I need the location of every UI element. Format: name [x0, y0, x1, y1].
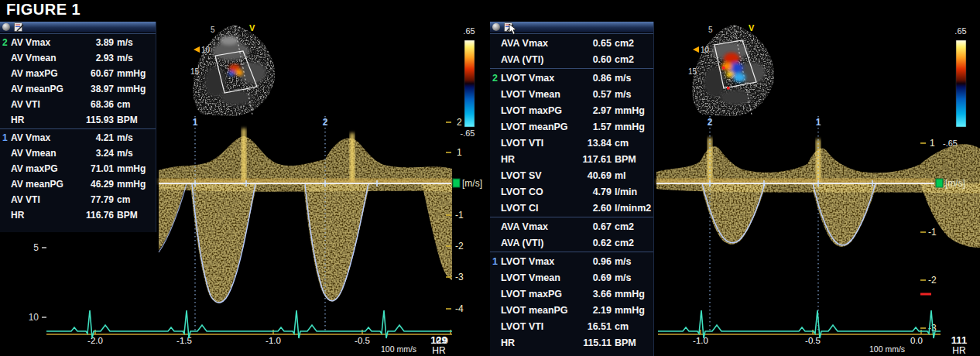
- measurement-unit: m/s: [114, 37, 152, 48]
- orientation-v-mark: V: [249, 23, 255, 33]
- measurement-row: HR116.76BPM: [0, 207, 156, 223]
- heart-rate-display: 111 HR: [951, 334, 967, 356]
- time-axis: -1.0 -0.5 0.0 100 mm/s: [658, 330, 941, 354]
- measurement-row: LVOT CO4.79l/min: [490, 183, 653, 200]
- measurement-value: 60.67: [79, 68, 114, 79]
- measurement-unit: mmHg: [114, 68, 152, 79]
- thumb-depth-10: 10: [701, 46, 710, 54]
- depth-scale: 5 10: [29, 242, 46, 323]
- measurement-label: AVA (VTI): [501, 54, 577, 65]
- point-marker[interactable]: [727, 87, 730, 90]
- color-scale-bottom-label: -.65: [461, 128, 475, 138]
- focus-arrow-icon[interactable]: [194, 46, 200, 53]
- sweep-speed-label: 100 mm/s: [381, 344, 416, 354]
- measurement-row: AV VTI68.36cm: [0, 97, 156, 112]
- baseline-marker-box[interactable]: [453, 179, 460, 187]
- measurement-row: AV Vmean2.93m/s: [0, 50, 156, 66]
- measurement-label: AV Vmax: [11, 132, 79, 143]
- thumb-depth-5: 5: [708, 26, 713, 34]
- measurement-row: LVOT SV40.69ml: [490, 167, 653, 183]
- time-axis: -2.0 -1.5 -1.0 -0.5 0.0 100 mm/s: [46, 330, 452, 354]
- measurement-row: AV VTI77.79cm: [0, 192, 156, 207]
- caliper-marker-number: 2: [2, 37, 11, 48]
- measurement-label: AVA (VTI): [501, 238, 577, 248]
- caliper-label-1: 1: [816, 117, 821, 128]
- envelope-beat-a: [701, 183, 766, 245]
- thumb-depth-5: 5: [211, 26, 215, 34]
- time-tick-2: 0.0: [910, 336, 923, 345]
- measurement-row: HR115.93BPM: [0, 112, 156, 128]
- envelope-partial-right: [920, 183, 980, 248]
- measurement-unit: m/s: [612, 256, 649, 267]
- vel-tick-n2: -2: [928, 275, 937, 286]
- time-tick-0: -2.0: [87, 336, 103, 345]
- measurement-value: 2.97: [577, 105, 612, 116]
- measurement-group-2: 2LVOT Vmax0.86m/s LVOT Vmean0.57m/s LVOT…: [490, 68, 653, 217]
- measurement-value: 0.57: [577, 89, 612, 100]
- left-measurement-box: 2AV Vmax3.89m/s AV Vmean2.93m/s AV maxPG…: [0, 22, 156, 232]
- vel-tick-p2: 2: [457, 117, 462, 128]
- measurement-group-ava-1: AVA Vmax0.67cm2 AVA (VTI)0.62cm2: [490, 217, 653, 252]
- measurement-value: 4.21: [79, 132, 114, 143]
- measurement-value: 46.29: [79, 179, 114, 190]
- point-marker[interactable]: [722, 67, 725, 70]
- measurement-value: 0.96: [577, 256, 612, 267]
- measurement-row: AV Vmean3.24m/s: [0, 145, 156, 161]
- measurement-row: 1AV Vmax4.21m/s: [0, 130, 156, 145]
- measurement-label: HR: [501, 337, 577, 348]
- thumb-depth-10: 10: [201, 46, 211, 54]
- measurement-row: AVA (VTI)0.60cm2: [490, 51, 653, 67]
- caliper-marker-number: 1: [492, 256, 501, 267]
- measurement-unit: mmHg: [612, 305, 649, 316]
- measurement-row: AVA (VTI)0.62cm2: [490, 234, 653, 251]
- measurement-panel-header: [490, 22, 653, 33]
- measurement-row: AV maxPG71.01mmHg: [0, 161, 156, 176]
- time-tick-2: -1.0: [266, 336, 281, 345]
- annotation-tool-icon[interactable]: [14, 22, 24, 32]
- measurement-label: AV maxPG: [11, 68, 79, 79]
- color-scale-top-label: .65: [954, 26, 966, 36]
- measurement-unit: cm: [612, 321, 649, 332]
- measurement-value: 115.93: [79, 115, 114, 125]
- measurement-unit: l/min: [612, 187, 649, 197]
- right-doppler-panel: 5 10 15 V .65 -.65: [490, 22, 980, 356]
- window-button-icon[interactable]: [2, 23, 10, 31]
- envelope-beat-2: [303, 183, 370, 302]
- measurement-label: HR: [501, 154, 577, 165]
- baseline-marker-box[interactable]: [936, 179, 943, 187]
- time-tick-0: -1.0: [693, 336, 708, 345]
- measurement-value: 115.11: [577, 337, 612, 348]
- measurement-value: 116.76: [79, 210, 114, 221]
- thumbnail-2d-image: 5 10 15 V: [688, 23, 774, 116]
- window-button-icon[interactable]: [492, 23, 500, 31]
- caliper-label-2: 2: [323, 117, 328, 128]
- measurement-group-ava-2: AVA Vmax0.65cm2 AVA (VTI)0.60cm2: [490, 33, 653, 68]
- hr-value: 111: [951, 334, 967, 346]
- vel-tick-p1: 1: [457, 147, 462, 158]
- measurement-unit: m/s: [612, 73, 649, 84]
- measurement-value: 68.36: [79, 99, 114, 110]
- measurement-value: 38.97: [79, 84, 114, 94]
- measurement-label: AVA Vmax: [501, 221, 577, 232]
- left-doppler-panel: 5 10 15 V .65 -.65: [0, 22, 490, 356]
- measurement-unit: mmHg: [114, 84, 152, 94]
- focus-arrow-icon[interactable]: [693, 46, 699, 53]
- heart-rate-display: 129 HR: [430, 334, 447, 356]
- envelope-beat-1: [190, 183, 257, 303]
- color-scale-top-label: .65: [463, 26, 475, 36]
- measurement-row: AV meanPG46.29mmHg: [0, 176, 156, 192]
- measurement-unit: m/s: [612, 89, 649, 100]
- measurement-unit: m/s: [114, 132, 152, 143]
- measurement-label: LVOT Vmax: [501, 256, 577, 267]
- measurement-row: LVOT meanPG1.57mmHg: [490, 118, 653, 135]
- color-scale-bar: .65 -.65: [461, 26, 475, 138]
- measurement-value: 77.79: [79, 194, 114, 205]
- measurement-label: LVOT maxPG: [501, 289, 577, 300]
- spectral-trace-area: [159, 128, 452, 303]
- color-scale-bar: .65 -.65: [943, 26, 967, 148]
- measurement-unit: l/minm2: [612, 203, 649, 214]
- measurement-label: AV Vmean: [11, 53, 79, 63]
- hr-label: HR: [952, 345, 966, 356]
- measurement-group-1: 1LVOT Vmax0.96m/s LVOT Vmean0.69m/s LVOT…: [490, 252, 653, 351]
- measurement-row: LVOT maxPG3.66mmHg: [490, 286, 653, 302]
